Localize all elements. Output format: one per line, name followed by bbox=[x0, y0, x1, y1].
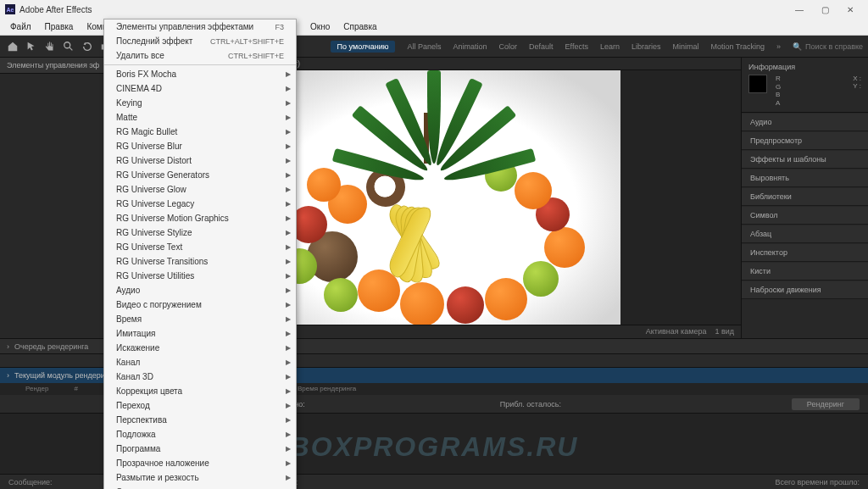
panel-header[interactable]: Аудио bbox=[742, 114, 868, 131]
menu-item[interactable]: Прозрачное наложение▶ bbox=[104, 456, 296, 470]
menu-item[interactable]: Имитация▶ bbox=[104, 326, 296, 341]
submenu-arrow-icon: ▶ bbox=[286, 330, 291, 337]
views-dropdown[interactable]: 1 вид bbox=[715, 327, 734, 336]
menu-item[interactable]: Элементы управления эффектамиF3 bbox=[104, 19, 296, 34]
panel-header[interactable]: Эффекты и шаблоны bbox=[742, 151, 868, 169]
menu-item[interactable]: RG Universe Generators▶ bbox=[104, 168, 296, 182]
menu-item[interactable]: Программа▶ bbox=[104, 442, 296, 456]
rotate-tool-icon[interactable] bbox=[80, 39, 95, 54]
menu-item[interactable]: Время▶ bbox=[104, 312, 296, 326]
menu-item[interactable]: Переход▶ bbox=[104, 398, 296, 413]
close-button[interactable]: ✕ bbox=[837, 2, 863, 17]
menu-item[interactable]: RG Magic Bullet▶ bbox=[104, 125, 296, 139]
menu-окно[interactable]: Окно bbox=[303, 19, 337, 34]
submenu-arrow-icon: ▶ bbox=[286, 214, 291, 222]
menu-item[interactable]: Удалить всеCTRL+SHIFT+E bbox=[104, 48, 296, 63]
menu-item[interactable]: Создать▶ bbox=[104, 485, 296, 489]
submenu-arrow-icon: ▶ bbox=[286, 358, 291, 366]
menu-item[interactable]: RG Universe Legacy▶ bbox=[104, 197, 296, 211]
panel-header[interactable]: Выровнять bbox=[742, 169, 868, 187]
workspace-tab[interactable]: Libraries bbox=[632, 42, 661, 51]
panel-header[interactable]: Символ bbox=[742, 207, 868, 225]
submenu-arrow-icon: ▶ bbox=[286, 459, 291, 467]
submenu-arrow-icon: ▶ bbox=[286, 200, 291, 208]
help-search[interactable]: 🔍Поиск в справке bbox=[793, 42, 863, 51]
workspace-switcher: По умолчаниюAll PanelsAnimationColorDefa… bbox=[331, 41, 863, 53]
render-button[interactable]: Рендеринг bbox=[792, 398, 860, 410]
menu-item[interactable]: Boris FX Mocha▶ bbox=[104, 67, 296, 81]
menu-item[interactable]: Keying▶ bbox=[104, 96, 296, 110]
minimize-button[interactable]: — bbox=[787, 2, 812, 17]
effect-controls-panel: Элементы управления эф bbox=[0, 58, 110, 338]
menu-item[interactable]: RG Universe Motion Graphics▶ bbox=[104, 211, 296, 225]
workspace-tab[interactable]: Learn bbox=[600, 42, 620, 51]
camera-view-dropdown[interactable]: Активная камера bbox=[646, 327, 707, 336]
menu-item[interactable]: RG Universe Text▶ bbox=[104, 240, 296, 254]
menu-item[interactable]: RG Universe Transitions▶ bbox=[104, 254, 296, 269]
workspace-overflow-icon[interactable]: » bbox=[776, 42, 781, 51]
workspace-tab[interactable]: Minimal bbox=[673, 42, 699, 51]
menu-правка[interactable]: Правка bbox=[38, 19, 81, 34]
home-icon[interactable] bbox=[5, 39, 20, 54]
menu-item[interactable]: RG Universe Utilities▶ bbox=[104, 269, 296, 283]
render-column-header: Время рендеринга bbox=[298, 385, 356, 393]
maximize-button[interactable]: ▢ bbox=[812, 2, 837, 17]
info-panel-title: Информация bbox=[748, 63, 861, 71]
submenu-arrow-icon: ▶ bbox=[286, 387, 291, 395]
color-swatch bbox=[748, 75, 767, 93]
panel-header[interactable]: Предпросмотр bbox=[742, 132, 868, 150]
search-icon: 🔍 bbox=[793, 42, 802, 51]
menu-item[interactable]: RG Universe Blur▶ bbox=[104, 139, 296, 153]
menu-item[interactable]: RG Universe Stylize▶ bbox=[104, 225, 296, 240]
submenu-arrow-icon: ▶ bbox=[286, 171, 291, 179]
window-controls: — ▢ ✕ bbox=[787, 2, 863, 17]
panel-header[interactable]: Инспектор bbox=[742, 244, 868, 262]
window-title: Adobe After Effects bbox=[19, 5, 787, 14]
menu-item[interactable]: Видео с погружением▶ bbox=[104, 297, 296, 312]
workspace-tab[interactable]: Default bbox=[529, 42, 554, 51]
menu-item[interactable]: Подложка▶ bbox=[104, 427, 296, 442]
menu-item[interactable]: Коррекция цвета▶ bbox=[104, 384, 296, 398]
render-remaining-label: Прибл. осталось: bbox=[500, 400, 561, 408]
submenu-arrow-icon: ▶ bbox=[286, 99, 291, 107]
right-panels: Информация R G B A X : Y : АудиоПредпрос… bbox=[741, 58, 868, 338]
menu-item[interactable]: Канал▶ bbox=[104, 355, 296, 370]
submenu-arrow-icon: ▶ bbox=[286, 474, 291, 481]
panel-header[interactable]: Кисти bbox=[742, 263, 868, 281]
workspace-tab[interactable]: Effects bbox=[565, 42, 588, 51]
workspace-tab[interactable]: По умолчанию bbox=[331, 41, 396, 53]
menu-item[interactable]: Канал 3D▶ bbox=[104, 370, 296, 384]
menu-item[interactable]: Перспектива▶ bbox=[104, 413, 296, 427]
menu-item[interactable]: Matte▶ bbox=[104, 110, 296, 125]
submenu-arrow-icon: ▶ bbox=[286, 272, 291, 280]
render-queue-tab[interactable]: Очередь рендеринга bbox=[14, 342, 88, 351]
menu-item[interactable]: CINEMA 4D▶ bbox=[104, 81, 296, 96]
workspace-tab[interactable]: Motion Tracking bbox=[711, 42, 765, 51]
menu-item[interactable]: Аудио▶ bbox=[104, 283, 296, 297]
effect-controls-tab[interactable]: Элементы управления эф bbox=[0, 58, 109, 74]
selection-tool-icon[interactable] bbox=[24, 39, 39, 54]
hand-tool-icon[interactable] bbox=[42, 39, 58, 54]
submenu-arrow-icon: ▶ bbox=[286, 142, 291, 150]
workspace-tab[interactable]: Animation bbox=[453, 42, 487, 51]
menu-справка[interactable]: Справка bbox=[337, 19, 383, 34]
panel-header[interactable]: Наброски движения bbox=[742, 281, 868, 299]
submenu-arrow-icon: ▶ bbox=[286, 431, 291, 438]
effects-menu-dropdown[interactable]: Элементы управления эффектамиF3Последний… bbox=[103, 19, 297, 489]
menu-item[interactable]: RG Universe Glow▶ bbox=[104, 182, 296, 197]
render-column-header: Рендер bbox=[25, 385, 48, 393]
workspace-tab[interactable]: Color bbox=[499, 42, 518, 51]
panel-header[interactable]: Библиотеки bbox=[742, 188, 868, 206]
menu-item[interactable]: RG Universe Distort▶ bbox=[104, 153, 296, 168]
menu-item[interactable]: Искажение▶ bbox=[104, 341, 296, 355]
submenu-arrow-icon: ▶ bbox=[286, 128, 291, 136]
app-icon: Ae bbox=[5, 4, 15, 14]
menu-файл[interactable]: Файл bbox=[3, 19, 38, 34]
watermark: BOXPROGRAMS.RU bbox=[290, 431, 579, 463]
menu-item[interactable]: Последний эффектCTRL+ALT+SHIFT+E bbox=[104, 34, 296, 48]
panel-header[interactable]: Абзац bbox=[742, 225, 868, 243]
zoom-tool-icon[interactable] bbox=[61, 39, 76, 54]
workspace-tab[interactable]: All Panels bbox=[407, 42, 441, 51]
menu-item[interactable]: Размытие и резкость▶ bbox=[104, 470, 296, 485]
rgba-readout: R G B A bbox=[776, 75, 781, 107]
